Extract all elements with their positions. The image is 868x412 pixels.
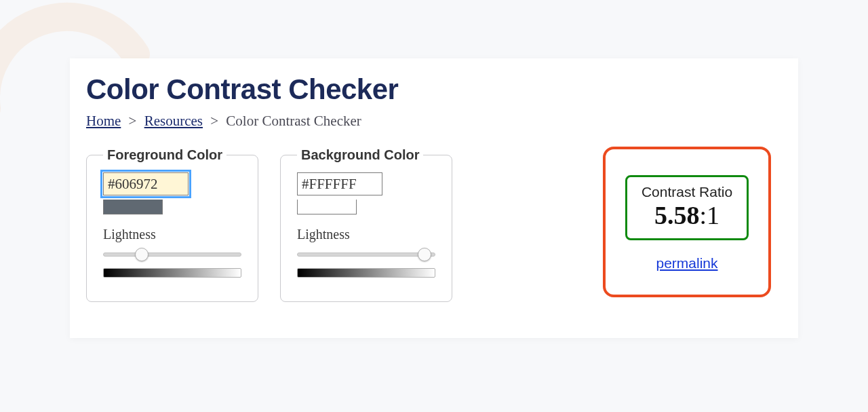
contrast-ratio-box: Contrast Ratio 5.58:1 [625, 175, 749, 240]
breadcrumb: Home > Resources > Color Contrast Checke… [86, 113, 782, 130]
result-box: Contrast Ratio 5.58:1 permalink [603, 147, 771, 297]
lightness-gradient [297, 268, 435, 278]
background-panel: Background Color Lightness [280, 147, 452, 302]
permalink-wrap: permalink [656, 255, 717, 271]
breadcrumb-home-link[interactable]: Home [86, 113, 121, 129]
background-lightness-slider[interactable] [297, 246, 435, 263]
lightness-gradient [103, 268, 241, 278]
slider-thumb[interactable] [135, 248, 149, 261]
background-hex-input[interactable] [297, 172, 382, 195]
contrast-ratio-label: Contrast Ratio [637, 184, 737, 200]
contrast-ratio-value: 5.58:1 [637, 202, 737, 230]
foreground-hex-input[interactable] [103, 172, 189, 195]
slider-track [103, 252, 241, 257]
foreground-lightness-slider[interactable] [103, 246, 241, 263]
background-lightness-label: Lightness [297, 227, 435, 242]
slider-thumb[interactable] [418, 248, 431, 261]
background-legend: Background Color [297, 147, 423, 163]
foreground-legend: Foreground Color [103, 147, 226, 163]
page-title: Color Contrast Checker [86, 73, 782, 106]
ratio-suffix: :1 [699, 201, 719, 229]
content-card: Color Contrast Checker Home > Resources … [70, 58, 798, 338]
breadcrumb-separator: > [206, 113, 222, 129]
breadcrumb-current: Color Contrast Checker [226, 113, 361, 129]
slider-track [297, 252, 435, 257]
foreground-panel: Foreground Color Lightness [86, 147, 258, 302]
breadcrumb-separator: > [125, 113, 141, 129]
foreground-lightness-label: Lightness [103, 227, 241, 242]
background-swatch[interactable] [297, 200, 357, 214]
ratio-number: 5.58 [654, 201, 700, 229]
permalink-link[interactable]: permalink [656, 255, 717, 271]
breadcrumb-resources-link[interactable]: Resources [144, 113, 203, 129]
foreground-swatch[interactable] [103, 200, 163, 214]
